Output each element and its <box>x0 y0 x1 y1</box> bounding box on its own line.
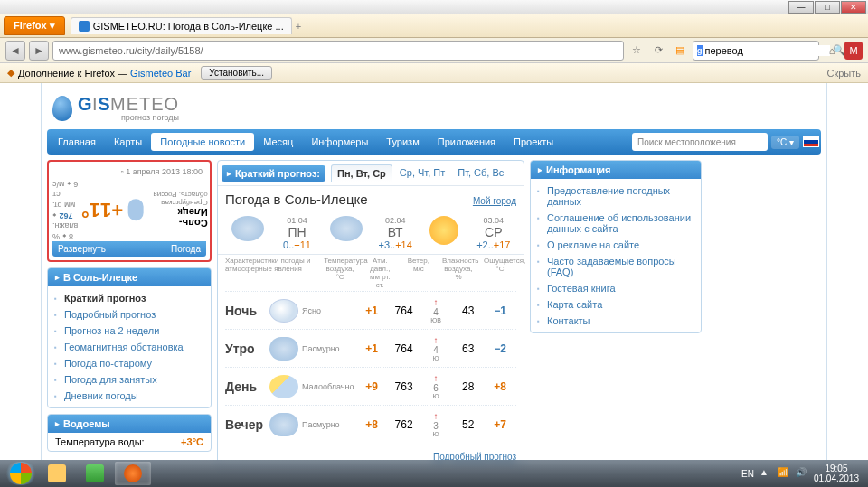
widget-footer-label: Погода <box>171 244 201 254</box>
info-item[interactable]: Контакты <box>531 313 701 329</box>
expand-button[interactable]: Развернуть <box>58 244 106 254</box>
part-humidity: 52 <box>452 418 485 431</box>
tab-days-1[interactable]: Пн, Вт, Ср <box>331 164 392 182</box>
part-pressure: 764 <box>388 342 420 355</box>
day-summary: 01.04 ПН 0..+11 02.04 ВТ +3..+14 03.04 С… <box>218 212 524 255</box>
local-item[interactable]: Геомагнитная обстановка <box>48 339 211 355</box>
my-city-link[interactable]: Мой город <box>473 196 516 206</box>
addon-link[interactable]: Gismeteo Bar <box>130 68 191 79</box>
cloud-icon <box>231 216 264 241</box>
water-label: Температура воды: <box>55 436 145 447</box>
lang-flag-icon[interactable] <box>803 136 819 147</box>
logo-text[interactable]: GISMETEO <box>78 94 179 115</box>
weather-icon <box>269 337 298 361</box>
cloud-icon <box>128 199 144 220</box>
flag-tray-icon[interactable]: ▲ <box>760 467 772 480</box>
start-button[interactable] <box>4 462 38 485</box>
location-search[interactable]: Поиск местоположения <box>632 133 768 151</box>
info-item[interactable]: О рекламе на сайте <box>531 237 701 253</box>
task-msn[interactable] <box>77 462 113 485</box>
local-item[interactable]: Подробный прогноз <box>48 306 211 323</box>
maximize-button[interactable]: □ <box>815 1 840 14</box>
nav-month[interactable]: Месяц <box>254 132 302 152</box>
part-condition: Пасмурно <box>298 344 355 353</box>
part-humidity: 28 <box>452 380 485 393</box>
addon-hide[interactable]: Скрыть <box>826 68 861 79</box>
favicon-icon <box>79 21 90 32</box>
water-temp: +3°C <box>181 436 203 447</box>
google-icon: g <box>697 45 703 56</box>
unit-toggle[interactable]: °C ▾ <box>771 136 799 149</box>
tab-days-2[interactable]: Ср, Чт, Пт <box>394 164 450 182</box>
part-wind: ↑3Ю <box>420 411 452 437</box>
tab-title: GISMETEO.RU: Погода в Соль-Илецке ... <box>93 21 284 32</box>
tab-days-3[interactable]: Пт, Сб, Вс <box>452 164 509 182</box>
weather-widget: ▫ 1 апреля 2013 18:00 8 ⬥ % влажн. 762 ⬥… <box>47 160 212 262</box>
browser-tab[interactable]: GISMETEO.RU: Погода в Соль-Илецке ... <box>71 17 292 34</box>
nav-home[interactable]: Главная <box>49 132 105 152</box>
part-wind: ↑6Ю <box>420 373 452 399</box>
info-item[interactable]: Часто задаваемые вопросы (FAQ) <box>531 253 701 280</box>
rss-icon[interactable]: ▤ <box>671 42 689 60</box>
forward-button[interactable]: ► <box>29 41 49 61</box>
tray-lang[interactable]: EN <box>741 469 754 479</box>
bookmark-icon[interactable]: ☆ <box>627 42 646 60</box>
nav-informers[interactable]: Информеры <box>302 132 377 152</box>
close-button[interactable]: ✕ <box>841 1 866 14</box>
part-humidity: 63 <box>452 342 485 355</box>
addon-icon: ◆ <box>7 67 14 79</box>
install-button[interactable]: Установить... <box>201 66 272 80</box>
part-temp: +1 <box>355 342 388 355</box>
part-feels: +7 <box>484 418 516 431</box>
part-pressure: 764 <box>388 304 420 317</box>
local-item[interactable]: Дневник погоды <box>48 388 211 404</box>
widget-timestamp: ▫ 1 апреля 2013 18:00 <box>52 165 206 178</box>
network-icon[interactable]: 📶 <box>778 467 790 480</box>
part-condition: Ясно <box>298 306 355 315</box>
reload-icon[interactable]: ⟳ <box>649 42 667 60</box>
firefox-menu-button[interactable]: Firefox ▾ <box>4 16 65 35</box>
back-button[interactable]: ◄ <box>5 41 25 61</box>
part-condition: Малооблачно <box>298 382 355 391</box>
part-row: Ночь Ясно +1 764 ↑4ЮВ 43 −1 <box>225 291 516 329</box>
weather-icon <box>269 299 298 323</box>
addon-mail-icon[interactable]: M <box>844 42 863 60</box>
info-item[interactable]: Предоставление погодных данных <box>531 183 701 210</box>
minimize-button[interactable]: — <box>788 1 814 14</box>
browser-search[interactable]: g 🔍 <box>693 41 819 61</box>
info-item[interactable]: Карта сайта <box>531 296 701 313</box>
local-item[interactable]: Погода по-старому <box>48 355 211 371</box>
info-item[interactable]: Соглашение об использовании данных с сай… <box>531 210 701 237</box>
home-icon[interactable]: ⌂ <box>823 42 841 60</box>
part-row: Утро Пасмурно +1 764 ↑4Ю 63 −2 <box>225 329 516 367</box>
widget-stats: 8 ⬥ % влажн. 762 ⬥ мм рт. ст 6 ⬥ м/с <box>52 178 78 241</box>
widget-city: Соль-Илецк <box>149 207 208 229</box>
brief-panel: ▸Краткий прогноз: Пн, Вт, Ср Ср, Чт, Пт … <box>217 160 524 466</box>
page: GISMETEO прогноз погоды Главная Карты По… <box>0 83 868 467</box>
local-title: В Соль-Илецке <box>63 272 137 283</box>
info-panel: ▸Информация Предоставление погодных данн… <box>530 160 702 333</box>
local-item[interactable]: Краткий прогноз <box>48 290 211 306</box>
new-tab-button[interactable]: + <box>296 21 301 32</box>
volume-icon[interactable]: 🔊 <box>796 467 808 480</box>
nav-apps[interactable]: Приложения <box>429 132 505 152</box>
nav-maps[interactable]: Карты <box>105 132 151 152</box>
local-item[interactable]: Погода для занятых <box>48 371 211 388</box>
local-item[interactable]: Прогноз на 2 недели <box>48 323 211 339</box>
task-explorer[interactable] <box>39 462 75 485</box>
forecast-heading: Погода в Соль-Илецке <box>225 192 368 207</box>
nav-tourism[interactable]: Туризм <box>377 132 428 152</box>
url-input[interactable] <box>52 41 624 61</box>
part-row: День Малооблачно +9 763 ↑6Ю 28 +8 <box>225 367 516 405</box>
nav-news[interactable]: Погодные новости <box>151 133 254 151</box>
weather-icon <box>269 375 298 398</box>
windows-icon <box>10 463 32 484</box>
local-panel: ▸В Соль-Илецке Краткий прогноз Подробный… <box>47 267 212 408</box>
nav-projects[interactable]: Проекты <box>505 132 562 152</box>
info-item[interactable]: Гостевая книга <box>531 280 701 296</box>
part-condition: Пасмурно <box>298 420 355 429</box>
clock[interactable]: 19:05 01.04.2013 <box>814 464 859 483</box>
task-firefox[interactable] <box>115 462 151 485</box>
site-header: GISMETEO прогноз погоды <box>42 90 826 129</box>
search-input[interactable] <box>705 45 830 56</box>
